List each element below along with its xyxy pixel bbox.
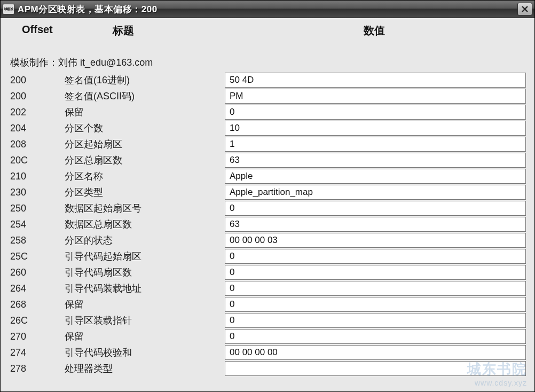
cell-value: [225, 233, 529, 248]
header-offset: Offset: [6, 23, 97, 38]
content-area: Offset 标题 数值 模板制作：刘伟 it_edu@163.com 200签…: [1, 18, 534, 391]
value-input[interactable]: [225, 249, 526, 264]
cell-title: 保留: [65, 298, 225, 311]
cell-offset: 278: [6, 363, 65, 374]
table-row: 250数据区起始扇区号: [6, 200, 529, 216]
table-row: 204分区个数: [6, 120, 529, 136]
cell-offset: 208: [6, 139, 65, 150]
cell-title: 数据区总扇区数: [65, 218, 225, 231]
table-row: 278处理器类型: [6, 360, 529, 377]
table-row: 268保留: [6, 296, 529, 312]
cell-value: [225, 153, 529, 168]
table-row: 230分区类型: [6, 184, 529, 200]
value-input[interactable]: [225, 185, 526, 200]
cell-offset: 260: [6, 267, 65, 278]
value-input[interactable]: [225, 137, 526, 152]
table-row: 254数据区总扇区数: [6, 216, 529, 232]
close-button[interactable]: [517, 3, 532, 15]
cell-title: 分区起始扇区: [65, 138, 225, 151]
cell-title: 保留: [65, 330, 225, 343]
header-value: 数值: [219, 23, 529, 38]
column-headers: Offset 标题 数值: [6, 21, 529, 48]
value-input[interactable]: [225, 233, 526, 248]
cell-title: 分区的状态: [65, 234, 225, 247]
titlebar[interactable]: HEX APM分区映射表，基本偏移：200: [1, 1, 534, 18]
cell-title: 引导代码扇区数: [65, 266, 225, 279]
cell-value: [225, 345, 529, 360]
cell-value: [225, 105, 529, 120]
cell-value: [225, 121, 529, 136]
table-row: 202保留: [6, 104, 529, 120]
cell-value: [225, 73, 529, 88]
value-input[interactable]: [225, 153, 526, 168]
cell-title: 引导区装载指针: [65, 314, 225, 327]
cell-title: 保留: [65, 106, 225, 119]
table-row: 26C引导区装载指针: [6, 312, 529, 328]
table-row: 260引导代码扇区数: [6, 264, 529, 280]
cell-value: [225, 169, 529, 184]
value-input[interactable]: [225, 329, 526, 344]
table-row: 270保留: [6, 328, 529, 344]
cell-offset: 274: [6, 347, 65, 358]
watermark-line2: www.cdsy.xyz: [467, 379, 527, 387]
value-input[interactable]: [225, 281, 526, 296]
cell-value: [225, 297, 529, 312]
table-row: 274引导代码校验和: [6, 344, 529, 360]
cell-offset: 268: [6, 299, 65, 310]
cell-offset: 200: [6, 91, 65, 102]
table-row: 200签名值(ASCII码): [6, 88, 529, 104]
cell-offset: 26C: [6, 315, 65, 326]
table-row: 264引导代码装载地址: [6, 280, 529, 296]
table-row: 258分区的状态: [6, 232, 529, 248]
cell-title: 数据区起始扇区号: [65, 202, 225, 215]
cell-title: 分区总扇区数: [65, 154, 225, 167]
rows-container: 200签名值(16进制)200签名值(ASCII码)202保留204分区个数20…: [6, 72, 529, 377]
value-input[interactable]: [225, 201, 526, 216]
cell-value: [225, 313, 529, 328]
cell-offset: 250: [6, 203, 65, 214]
dialog-window: HEX APM分区映射表，基本偏移：200 Offset 标题 数值 模板制作：…: [0, 0, 535, 392]
header-title: 标题: [97, 23, 219, 38]
table-row: 208分区起始扇区: [6, 136, 529, 152]
cell-title: 签名值(ASCII码): [65, 90, 225, 103]
cell-offset: 20C: [6, 155, 65, 166]
cell-title: 签名值(16进制): [65, 74, 225, 87]
cell-value: [225, 201, 529, 216]
cell-title: 引导代码装载地址: [65, 282, 225, 295]
table-row: 25C引导代码起始扇区: [6, 248, 529, 264]
cell-offset: 264: [6, 283, 65, 294]
value-input[interactable]: [225, 361, 526, 376]
value-input[interactable]: [225, 345, 526, 360]
cell-title: 分区名称: [65, 170, 225, 183]
cell-offset: 258: [6, 235, 65, 246]
cell-offset: 200: [6, 75, 65, 86]
table-row: 210分区名称: [6, 168, 529, 184]
cell-value: [225, 329, 529, 344]
value-input[interactable]: [225, 169, 526, 184]
cell-title: 分区类型: [65, 186, 225, 199]
close-icon: [521, 5, 529, 13]
cell-offset: 210: [6, 171, 65, 182]
cell-offset: 204: [6, 123, 65, 134]
cell-title: 引导代码起始扇区: [65, 250, 225, 263]
cell-value: [225, 361, 529, 376]
cell-offset: 202: [6, 107, 65, 118]
cell-title: 引导代码校验和: [65, 346, 225, 359]
value-input[interactable]: [225, 121, 526, 136]
value-input[interactable]: [225, 73, 526, 88]
cell-value: [225, 249, 529, 264]
cell-value: [225, 89, 529, 104]
value-input[interactable]: [225, 89, 526, 104]
table-row: 20C分区总扇区数: [6, 152, 529, 168]
cell-title: 分区个数: [65, 122, 225, 135]
table-row: 200签名值(16进制): [6, 72, 529, 88]
window-title: APM分区映射表，基本偏移：200: [18, 3, 517, 15]
cell-value: [225, 281, 529, 296]
cell-offset: 25C: [6, 251, 65, 262]
value-input[interactable]: [225, 297, 526, 312]
value-input[interactable]: [225, 265, 526, 280]
value-input[interactable]: [225, 217, 526, 232]
value-input[interactable]: [225, 313, 526, 328]
cell-value: [225, 185, 529, 200]
value-input[interactable]: [225, 105, 526, 120]
